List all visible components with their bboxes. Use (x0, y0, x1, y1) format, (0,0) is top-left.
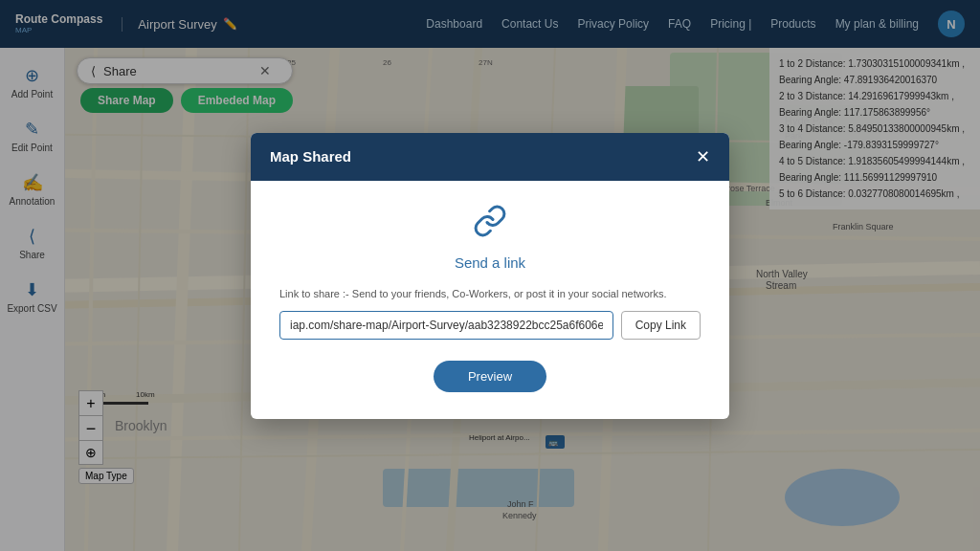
modal-close-button[interactable]: ✕ (696, 146, 710, 167)
modal-title: Map Shared (270, 148, 351, 165)
link-input-field[interactable] (279, 311, 613, 340)
modal-overlay: Map Shared ✕ Send a link Link to share :… (0, 0, 980, 551)
modal-body: Send a link Link to share :- Send to you… (251, 181, 729, 419)
preview-button[interactable]: Preview (434, 361, 546, 392)
link-input-row: Copy Link (279, 311, 701, 340)
send-link-title: Send a link (455, 254, 525, 271)
link-icon (473, 204, 507, 245)
modal-header: Map Shared ✕ (251, 133, 729, 181)
map-shared-modal: Map Shared ✕ Send a link Link to share :… (251, 133, 729, 419)
link-description: Link to share :- Send to your friends, C… (279, 288, 701, 299)
copy-link-button[interactable]: Copy Link (621, 311, 701, 340)
